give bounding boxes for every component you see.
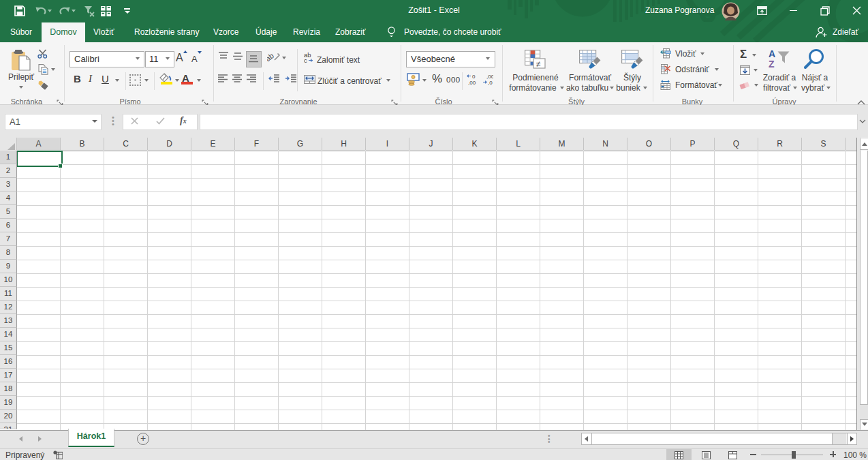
svg-text:0: 0	[472, 74, 476, 80]
svg-text:c: c	[304, 57, 307, 63]
svg-text:ab: ab	[267, 51, 275, 63]
svg-text:,00: ,00	[486, 74, 493, 80]
svg-text:,0: ,0	[488, 80, 493, 85]
svg-text:≠: ≠	[536, 59, 541, 69]
svg-text:,00: ,00	[468, 80, 476, 85]
